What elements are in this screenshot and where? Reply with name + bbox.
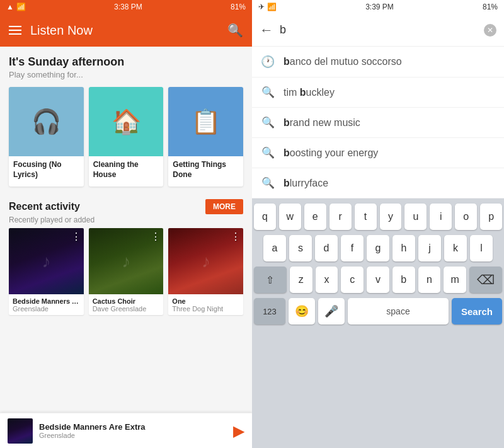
suggestion-item-1[interactable]: 🔍 tim buckley (252, 78, 504, 108)
key-z[interactable]: z (290, 267, 312, 293)
right-panel: ✈ 📶 3:39 PM 81% ← ✕ 🕐 banco del mutuo so… (252, 0, 504, 448)
history-icon-0: 🕐 (261, 55, 275, 69)
header-left: Listen Now 🔍 (0, 14, 252, 47)
search-button[interactable]: 🔍 (227, 23, 243, 38)
keyboard: q w e r t y u i o p a s d f g h j k l ⇧ … (252, 198, 504, 448)
key-t[interactable]: t (355, 204, 377, 230)
key-u[interactable]: u (404, 204, 427, 230)
key-i[interactable]: i (430, 204, 452, 230)
battery-left: 81% (231, 3, 246, 11)
key-q[interactable]: q (254, 204, 276, 230)
key-k[interactable]: k (444, 235, 467, 261)
left-panel: ▲ 📶 3:38 PM 81% Listen Now 🔍 It's Sunday… (0, 0, 252, 448)
key-g[interactable]: g (367, 235, 389, 261)
album-menu-bedside[interactable]: ⋮ (71, 231, 81, 243)
key-l[interactable]: l (470, 235, 493, 261)
key-n[interactable]: n (418, 267, 441, 293)
album-name-cactus: Cactus Choir (93, 297, 160, 305)
album-info-cactus: Cactus Choir Dave Greenslade (89, 294, 164, 315)
back-button[interactable]: ← (260, 22, 273, 38)
search-header: ← ✕ (252, 14, 504, 47)
suggestion-item-0[interactable]: 🕐 banco del mutuo soccorso (252, 47, 504, 78)
search-icon-4: 🔍 (261, 176, 275, 190)
key-f[interactable]: f (341, 235, 364, 261)
app-title: Listen Now (30, 23, 93, 38)
battery-right: 81% (483, 3, 498, 11)
album-card-three-dog[interactable]: ⋮ ♪ One Three Dog Night (168, 228, 243, 315)
card-img-getting: 📋 (168, 87, 243, 156)
section-title: It's Sunday afternoon (9, 55, 243, 69)
key-r[interactable]: r (329, 204, 352, 230)
key-x[interactable]: x (316, 267, 338, 293)
key-d[interactable]: d (315, 235, 338, 261)
key-h[interactable]: h (392, 235, 415, 261)
key-e[interactable]: e (304, 204, 326, 230)
search-icon-3: 🔍 (261, 146, 275, 159)
album-name-bedside: Bedside Manners Ar... (13, 297, 80, 305)
now-playing-art (8, 418, 33, 444)
time-right: 3:39 PM (365, 3, 394, 11)
album-artist-cactus: Dave Greenslade (93, 305, 160, 313)
album-menu-cactus[interactable]: ⋮ (151, 231, 161, 243)
key-b[interactable]: b (392, 267, 415, 293)
suggestion-item-2[interactable]: 🔍 brand new music (252, 108, 504, 138)
delete-key[interactable]: ⌫ (469, 267, 502, 293)
key-o[interactable]: o (455, 204, 477, 230)
number-key[interactable]: 123 (254, 298, 285, 325)
key-row-3: ⇧ z x c v b n m ⌫ (254, 267, 502, 293)
card-getting[interactable]: 📋 Getting Things Done (168, 87, 243, 187)
status-icons-left: ▲ 📶 (6, 3, 26, 11)
key-row-4: 123 😊 🎤 space Search (254, 298, 502, 325)
card-cleaning[interactable]: 🏠 Cleaning the House (89, 87, 164, 187)
recent-title: Recent activity (9, 201, 80, 212)
suggestion-item-4[interactable]: 🔍 blurryface (252, 168, 504, 198)
menu-button[interactable] (9, 26, 21, 35)
space-key[interactable]: space (348, 298, 449, 325)
time-left: 3:38 PM (114, 3, 142, 11)
emoji-key[interactable]: 😊 (289, 298, 315, 325)
album-menu-three-dog[interactable]: ⋮ (231, 231, 241, 243)
now-playing-title: Bedside Manners Are Extra (39, 422, 227, 432)
card-focusing[interactable]: 🎧 Focusing (No Lyrics) (9, 87, 84, 187)
mic-key[interactable]: 🎤 (318, 298, 345, 325)
album-art-cactus: ⋮ ♪ (89, 228, 164, 294)
album-info-bedside: Bedside Manners Ar... Greenslade (9, 294, 84, 315)
header-left-group: Listen Now (9, 23, 93, 38)
music-cards-row: 🎧 Focusing (No Lyrics) 🏠 Cleaning the Ho… (0, 81, 252, 193)
signal-icon: 📶 (16, 3, 26, 11)
section-header: It's Sunday afternoon Play something for… (0, 47, 252, 81)
album-card-bedside[interactable]: ⋮ ♪ Bedside Manners Ar... Greenslade (9, 228, 84, 315)
now-playing-info: Bedside Manners Are Extra Greenslade (33, 422, 233, 439)
key-j[interactable]: j (418, 235, 441, 261)
card-img-focusing: 🎧 (9, 87, 84, 156)
now-playing-artist: Greenslade (39, 432, 227, 439)
key-m[interactable]: m (444, 267, 466, 293)
card-label-getting: Getting Things Done (168, 156, 243, 187)
shift-key[interactable]: ⇧ (254, 267, 287, 293)
search-input[interactable] (280, 23, 478, 37)
recent-header: Recent activity MORE (0, 193, 252, 215)
search-icon-1: 🔍 (261, 86, 275, 99)
now-playing-bar: Bedside Manners Are Extra Greenslade ▶ (0, 413, 252, 448)
card-label-cleaning: Cleaning the House (89, 156, 164, 187)
key-row-2: a s d f g h j k l (254, 235, 502, 261)
key-v[interactable]: v (367, 267, 389, 293)
suggestion-text-3: boosting your energy (284, 147, 495, 159)
recent-subtitle: Recently played or added (0, 215, 252, 228)
key-w[interactable]: w (279, 204, 301, 230)
key-s[interactable]: s (289, 235, 312, 261)
album-card-cactus[interactable]: ⋮ ♪ Cactus Choir Dave Greenslade (89, 228, 164, 315)
album-artist-bedside: Greenslade (13, 305, 80, 313)
key-p[interactable]: p (480, 204, 502, 230)
suggestions-list: 🕐 banco del mutuo soccorso 🔍 tim buckley… (252, 47, 504, 198)
album-art-bedside: ⋮ ♪ (9, 228, 84, 294)
key-y[interactable]: y (380, 204, 402, 230)
key-a[interactable]: a (263, 235, 286, 261)
key-c[interactable]: c (341, 267, 364, 293)
clear-button[interactable]: ✕ (484, 24, 496, 37)
suggestion-item-3[interactable]: 🔍 boosting your energy (252, 138, 504, 168)
search-key[interactable]: Search (452, 298, 502, 325)
play-button[interactable]: ▶ (233, 422, 244, 440)
search-icon-2: 🔍 (261, 116, 275, 129)
more-button[interactable]: MORE (205, 199, 243, 214)
